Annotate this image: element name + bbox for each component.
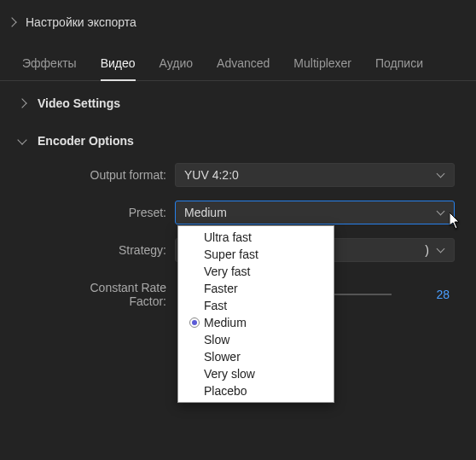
crf-value[interactable]: 28 — [407, 288, 450, 301]
crf-label: Constant Rate Factor: — [51, 281, 175, 308]
preset-option-superfast[interactable]: Super fast — [178, 246, 334, 263]
tab-audio[interactable]: Аудио — [148, 48, 206, 80]
preset-option-veryfast[interactable]: Very fast — [178, 263, 334, 280]
tab-multiplexer[interactable]: Multiplexer — [282, 48, 363, 80]
export-settings-header[interactable]: Настройки экспорта — [0, 0, 476, 41]
output-format-label: Output format: — [51, 168, 175, 182]
video-settings-title: Video Settings — [38, 96, 120, 110]
preset-option-placebo[interactable]: Placebo — [178, 382, 334, 399]
preset-option-faster[interactable]: Faster — [178, 280, 334, 297]
encoder-options-header[interactable]: Encoder Options — [0, 119, 476, 156]
chevron-down-icon — [437, 169, 445, 178]
tabs-bar: Эффекты Видео Аудио Advanced Multiplexer… — [0, 41, 476, 81]
preset-option-slower[interactable]: Slower — [178, 348, 334, 365]
strategy-label: Strategy: — [51, 243, 175, 257]
chevron-down-icon — [437, 207, 445, 215]
export-settings-title: Настройки экспорта — [26, 15, 136, 29]
preset-value: Medium — [184, 206, 227, 219]
preset-option-slow[interactable]: Slow — [178, 331, 334, 348]
preset-option-fast[interactable]: Fast — [178, 297, 334, 314]
encoder-options-title: Encoder Options — [38, 134, 134, 148]
output-format-value: YUV 4:2:0 — [184, 168, 239, 182]
preset-row: Preset: Medium Ultra fast Super fast Ver… — [0, 194, 476, 231]
preset-option-medium[interactable]: Medium — [178, 314, 334, 331]
chevron-down-icon — [437, 244, 445, 253]
tab-video[interactable]: Видео — [89, 48, 148, 80]
tab-advanced[interactable]: Advanced — [205, 48, 282, 80]
radio-selected-icon — [189, 317, 200, 328]
preset-dropdown: Ultra fast Super fast Very fast Faster F… — [177, 225, 334, 403]
output-format-select[interactable]: YUV 4:2:0 — [175, 163, 455, 187]
strategy-value-suffix: ) — [425, 243, 429, 257]
preset-select[interactable]: Medium — [175, 201, 455, 224]
chevron-right-icon — [17, 98, 26, 108]
chevron-down-icon — [17, 135, 26, 144]
tab-effects[interactable]: Эффекты — [10, 48, 89, 80]
preset-option-veryslow[interactable]: Very slow — [178, 365, 334, 382]
preset-label: Preset: — [51, 206, 175, 219]
preset-option-ultrafast[interactable]: Ultra fast — [178, 229, 334, 246]
chevron-right-icon — [7, 17, 16, 26]
output-format-row: Output format: YUV 4:2:0 — [0, 156, 476, 194]
tab-captions[interactable]: Подписи — [363, 48, 435, 80]
video-settings-header[interactable]: Video Settings — [0, 81, 476, 119]
